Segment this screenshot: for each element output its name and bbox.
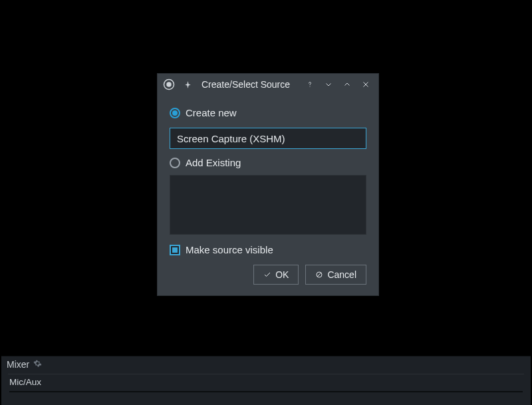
create-new-radio[interactable]: Create new <box>170 107 366 118</box>
create-select-source-dialog: Create/Select Source Create new Add Exis… <box>157 73 379 296</box>
cancel-button[interactable]: Cancel <box>305 265 366 285</box>
mixer-title: Mixer <box>7 359 29 370</box>
mixer-header: Mixer <box>1 356 531 374</box>
mixer-channel[interactable]: Mic/Aux <box>8 374 524 392</box>
gear-icon[interactable] <box>33 359 42 370</box>
add-existing-label: Add Existing <box>186 157 241 168</box>
ok-button-label: OK <box>275 269 289 280</box>
ok-button[interactable]: OK <box>253 265 299 285</box>
help-icon[interactable] <box>303 77 317 92</box>
audio-meter <box>9 391 523 392</box>
svg-line-6 <box>317 273 321 277</box>
dialog-titlebar[interactable]: Create/Select Source <box>158 74 378 95</box>
maximize-icon[interactable] <box>340 77 354 92</box>
dialog-title: Create/Select Source <box>201 79 299 90</box>
check-icon <box>263 271 271 279</box>
dialog-body: Create new Add Existing Make source visi… <box>158 95 378 295</box>
close-icon[interactable] <box>358 77 373 92</box>
make-source-visible-label: Make source visible <box>186 244 273 255</box>
mixer-panel: Mixer Mic/Aux <box>1 356 531 405</box>
add-existing-radio[interactable]: Add Existing <box>170 157 366 168</box>
obs-app-icon <box>162 77 176 92</box>
create-new-label: Create new <box>186 107 237 118</box>
source-name-input[interactable] <box>170 128 366 149</box>
radio-indicator-unchecked <box>170 158 180 168</box>
prohibit-icon <box>315 271 323 279</box>
svg-point-1 <box>167 82 171 86</box>
pin-icon[interactable] <box>180 77 195 92</box>
cancel-button-label: Cancel <box>327 269 356 280</box>
minimize-icon[interactable] <box>321 77 336 92</box>
radio-indicator-checked <box>170 108 180 118</box>
existing-sources-list[interactable] <box>170 175 366 235</box>
svg-point-2 <box>310 86 311 87</box>
make-source-visible-checkbox[interactable]: Make source visible <box>170 244 366 255</box>
checkbox-indicator <box>170 245 180 255</box>
mixer-channel-name: Mic/Aux <box>9 377 41 387</box>
dialog-button-row: OK Cancel <box>170 265 366 285</box>
